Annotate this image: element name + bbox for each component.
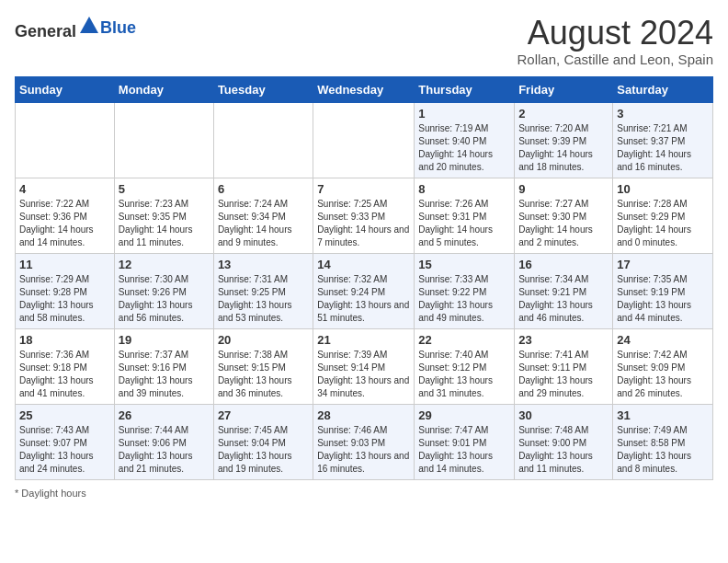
day-info: Sunrise: 7:23 AM Sunset: 9:35 PM Dayligh…: [119, 198, 210, 249]
calendar-cell: [114, 102, 213, 178]
calendar-cell: 3Sunrise: 7:21 AM Sunset: 9:37 PM Daylig…: [613, 102, 713, 178]
calendar-cell: 10Sunrise: 7:28 AM Sunset: 9:29 PM Dayli…: [613, 178, 713, 253]
week-row-3: 11Sunrise: 7:29 AM Sunset: 9:28 PM Dayli…: [16, 253, 713, 328]
day-number: 6: [218, 182, 309, 196]
week-row-5: 25Sunrise: 7:43 AM Sunset: 9:07 PM Dayli…: [16, 404, 713, 479]
day-info: Sunrise: 7:49 AM Sunset: 8:58 PM Dayligh…: [617, 424, 709, 476]
day-info: Sunrise: 7:46 AM Sunset: 9:03 PM Dayligh…: [317, 424, 410, 476]
day-info: Sunrise: 7:39 AM Sunset: 9:14 PM Dayligh…: [317, 349, 410, 400]
calendar-body: 1Sunrise: 7:19 AM Sunset: 9:40 PM Daylig…: [16, 102, 713, 479]
calendar-cell: 18Sunrise: 7:36 AM Sunset: 9:18 PM Dayli…: [16, 328, 115, 404]
day-number: 24: [617, 333, 709, 347]
day-info: Sunrise: 7:34 AM Sunset: 9:21 PM Dayligh…: [518, 273, 609, 325]
calendar-cell: 1Sunrise: 7:19 AM Sunset: 9:40 PM Daylig…: [415, 102, 515, 178]
day-number: 11: [19, 258, 110, 271]
calendar-cell: 15Sunrise: 7:33 AM Sunset: 9:22 PM Dayli…: [415, 253, 515, 328]
logo: General Blue: [15, 15, 136, 41]
logo-general: General: [15, 22, 76, 40]
day-number: 5: [119, 182, 210, 196]
day-number: 28: [317, 408, 410, 422]
calendar-cell: 30Sunrise: 7:48 AM Sunset: 9:00 PM Dayli…: [515, 404, 613, 479]
week-row-4: 18Sunrise: 7:36 AM Sunset: 9:18 PM Dayli…: [16, 328, 713, 404]
day-info: Sunrise: 7:27 AM Sunset: 9:30 PM Dayligh…: [518, 198, 609, 249]
calendar-header: SundayMondayTuesdayWednesdayThursdayFrid…: [16, 76, 713, 102]
calendar-cell: 22Sunrise: 7:40 AM Sunset: 9:12 PM Dayli…: [415, 328, 515, 404]
day-number: 22: [418, 333, 510, 347]
calendar-cell: 7Sunrise: 7:25 AM Sunset: 9:33 PM Daylig…: [313, 178, 415, 253]
month-year: August 2024: [518, 15, 713, 52]
day-info: Sunrise: 7:25 AM Sunset: 9:33 PM Dayligh…: [317, 198, 410, 249]
calendar-cell: 2Sunrise: 7:20 AM Sunset: 9:39 PM Daylig…: [515, 102, 613, 178]
calendar-cell: 6Sunrise: 7:24 AM Sunset: 9:34 PM Daylig…: [213, 178, 313, 253]
week-row-2: 4Sunrise: 7:22 AM Sunset: 9:36 PM Daylig…: [16, 178, 713, 253]
day-info: Sunrise: 7:43 AM Sunset: 9:07 PM Dayligh…: [19, 424, 110, 476]
calendar-cell: 25Sunrise: 7:43 AM Sunset: 9:07 PM Dayli…: [16, 404, 115, 479]
day-of-week-thursday: Thursday: [415, 76, 515, 102]
day-number: 12: [119, 258, 210, 271]
calendar-cell: 8Sunrise: 7:26 AM Sunset: 9:31 PM Daylig…: [415, 178, 515, 253]
day-number: 30: [518, 408, 609, 422]
day-info: Sunrise: 7:24 AM Sunset: 9:34 PM Dayligh…: [218, 198, 309, 249]
day-of-week-saturday: Saturday: [613, 76, 713, 102]
day-number: 2: [518, 107, 609, 121]
day-number: 4: [19, 182, 110, 196]
calendar-cell: 12Sunrise: 7:30 AM Sunset: 9:26 PM Dayli…: [114, 253, 213, 328]
calendar-cell: 26Sunrise: 7:44 AM Sunset: 9:06 PM Dayli…: [114, 404, 213, 479]
day-number: 9: [518, 182, 609, 196]
day-of-week-friday: Friday: [515, 76, 613, 102]
calendar-cell: 16Sunrise: 7:34 AM Sunset: 9:21 PM Dayli…: [515, 253, 613, 328]
calendar-table: SundayMondayTuesdayWednesdayThursdayFrid…: [15, 76, 713, 480]
svg-marker-0: [80, 17, 98, 33]
day-info: Sunrise: 7:21 AM Sunset: 9:37 PM Dayligh…: [617, 122, 709, 174]
day-info: Sunrise: 7:28 AM Sunset: 9:29 PM Dayligh…: [617, 198, 709, 249]
header: General Blue August 2024 Rollan, Castill…: [15, 15, 713, 67]
day-info: Sunrise: 7:35 AM Sunset: 9:19 PM Dayligh…: [617, 273, 709, 325]
calendar-cell: 23Sunrise: 7:41 AM Sunset: 9:11 PM Dayli…: [515, 328, 613, 404]
title-area: August 2024 Rollan, Castille and Leon, S…: [518, 15, 713, 67]
calendar-cell: 17Sunrise: 7:35 AM Sunset: 9:19 PM Dayli…: [613, 253, 713, 328]
day-info: Sunrise: 7:36 AM Sunset: 9:18 PM Dayligh…: [19, 349, 110, 400]
day-info: Sunrise: 7:29 AM Sunset: 9:28 PM Dayligh…: [19, 273, 110, 325]
day-number: 3: [617, 107, 709, 121]
day-number: 10: [617, 182, 709, 196]
day-info: Sunrise: 7:48 AM Sunset: 9:00 PM Dayligh…: [518, 424, 609, 476]
days-of-week-row: SundayMondayTuesdayWednesdayThursdayFrid…: [16, 76, 713, 102]
day-number: 23: [518, 333, 609, 347]
day-number: 29: [418, 408, 510, 422]
day-info: Sunrise: 7:31 AM Sunset: 9:25 PM Dayligh…: [218, 273, 309, 325]
day-number: 25: [19, 408, 110, 422]
day-info: Sunrise: 7:38 AM Sunset: 9:15 PM Dayligh…: [218, 349, 309, 400]
calendar-cell: 24Sunrise: 7:42 AM Sunset: 9:09 PM Dayli…: [613, 328, 713, 404]
day-info: Sunrise: 7:45 AM Sunset: 9:04 PM Dayligh…: [218, 424, 309, 476]
calendar-cell: [16, 102, 115, 178]
calendar-cell: [213, 102, 313, 178]
calendar-cell: 13Sunrise: 7:31 AM Sunset: 9:25 PM Dayli…: [213, 253, 313, 328]
day-number: 17: [617, 258, 709, 271]
day-number: 8: [418, 182, 510, 196]
calendar-cell: 5Sunrise: 7:23 AM Sunset: 9:35 PM Daylig…: [114, 178, 213, 253]
calendar-cell: 21Sunrise: 7:39 AM Sunset: 9:14 PM Dayli…: [313, 328, 415, 404]
day-number: 19: [119, 333, 210, 347]
day-of-week-sunday: Sunday: [16, 76, 115, 102]
calendar-cell: 19Sunrise: 7:37 AM Sunset: 9:16 PM Dayli…: [114, 328, 213, 404]
day-info: Sunrise: 7:30 AM Sunset: 9:26 PM Dayligh…: [119, 273, 210, 325]
day-info: Sunrise: 7:32 AM Sunset: 9:24 PM Dayligh…: [317, 273, 410, 325]
day-info: Sunrise: 7:33 AM Sunset: 9:22 PM Dayligh…: [418, 273, 510, 325]
day-info: Sunrise: 7:44 AM Sunset: 9:06 PM Dayligh…: [119, 424, 210, 476]
day-number: 31: [617, 408, 709, 422]
calendar-cell: 29Sunrise: 7:47 AM Sunset: 9:01 PM Dayli…: [415, 404, 515, 479]
footer-note-text: Daylight hours: [21, 488, 85, 499]
calendar-cell: 31Sunrise: 7:49 AM Sunset: 8:58 PM Dayli…: [613, 404, 713, 479]
day-number: 7: [317, 182, 410, 196]
day-info: Sunrise: 7:26 AM Sunset: 9:31 PM Dayligh…: [418, 198, 510, 249]
day-info: Sunrise: 7:47 AM Sunset: 9:01 PM Dayligh…: [418, 424, 510, 476]
day-info: Sunrise: 7:22 AM Sunset: 9:36 PM Dayligh…: [19, 198, 110, 249]
day-number: 15: [418, 258, 510, 271]
logo-blue: Blue: [100, 18, 136, 37]
day-of-week-monday: Monday: [114, 76, 213, 102]
calendar-cell: 28Sunrise: 7:46 AM Sunset: 9:03 PM Dayli…: [313, 404, 415, 479]
footer-note: * Daylight hours: [15, 488, 713, 499]
day-info: Sunrise: 7:20 AM Sunset: 9:39 PM Dayligh…: [518, 122, 609, 174]
day-of-week-tuesday: Tuesday: [213, 76, 313, 102]
calendar-cell: 14Sunrise: 7:32 AM Sunset: 9:24 PM Dayli…: [313, 253, 415, 328]
